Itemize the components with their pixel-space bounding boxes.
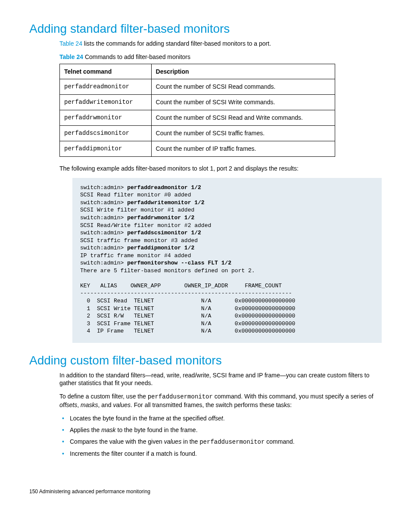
cmd-cell: perfaddreadmonitor: [60, 79, 152, 95]
cmd-perfaddusermonitor: perfaddusermonitor: [148, 393, 213, 400]
th-command: Telnet command: [60, 64, 152, 79]
cmd-cell: perfaddscsimonitor: [60, 126, 152, 141]
list-item: Increments the filter counter if a match…: [70, 450, 382, 458]
list-item: Compares the value with the given values…: [70, 438, 382, 446]
list-item: Locates the byte found in the frame at t…: [70, 414, 382, 423]
section-heading-standard: Adding standard filter-based monitors: [29, 21, 382, 37]
table-24-caption: Table 24 Commands to add filter-based mo…: [59, 53, 382, 61]
table-row: perfaddscsimonitorCount the number of SC…: [60, 126, 335, 141]
desc-cell: Count the number of SCSI Read commands.: [151, 79, 335, 95]
caption-text: Commands to add filter-based monitors: [83, 53, 190, 60]
cmd-perfaddusermonitor: perfaddusermonitor: [199, 439, 265, 445]
cmd-cell: perfaddrwmonitor: [60, 110, 152, 126]
intro-paragraph: Table 24 lists the commands for adding s…: [59, 40, 382, 48]
table-header-row: Telnet command Description: [60, 64, 335, 79]
commands-table: Telnet command Description perfaddreadmo…: [59, 64, 335, 157]
footer-title: Administering advanced performance monit…: [38, 488, 150, 495]
desc-cell: Count the number of SCSI traffic frames.: [151, 126, 335, 141]
code-block: switch:admin> perfaddreadmonitor 1/2 SCS…: [72, 178, 382, 343]
cmd-cell: perfaddipmonitor: [60, 141, 152, 157]
caption-number: Table 24: [59, 53, 83, 60]
desc-cell: Count the number of SCSI Read and Write …: [151, 110, 335, 126]
page-number: 150: [29, 488, 38, 495]
custom-paragraph-2: To define a custom filter, use the perfa…: [59, 392, 382, 409]
task-list: Locates the byte found in the frame at t…: [59, 414, 382, 458]
custom-paragraph-1: In addition to the standard filters—read…: [59, 371, 382, 388]
cmd-cell: perfaddwritemonitor: [60, 95, 152, 110]
list-item: Applies the mask to the byte found in th…: [70, 426, 382, 434]
desc-cell: Count the number of SCSI Write commands.: [151, 95, 335, 110]
example-intro: The following example adds filter-based …: [59, 165, 382, 173]
section-heading-custom: Adding custom filter-based monitors: [29, 352, 382, 369]
intro-rest: lists the commands for adding standard f…: [82, 40, 271, 47]
page-footer: 150 Administering advanced performance m…: [29, 488, 382, 495]
table-row: perfaddwritemonitorCount the number of S…: [60, 95, 335, 110]
table-row: perfaddipmonitorCount the number of IP t…: [60, 141, 335, 157]
th-description: Description: [151, 64, 335, 79]
desc-cell: Count the number of IP traffic frames.: [151, 141, 335, 157]
table-24-link[interactable]: Table 24: [59, 40, 82, 47]
table-row: perfaddreadmonitorCount the number of SC…: [60, 79, 335, 95]
table-row: perfaddrwmonitorCount the number of SCSI…: [60, 110, 335, 126]
